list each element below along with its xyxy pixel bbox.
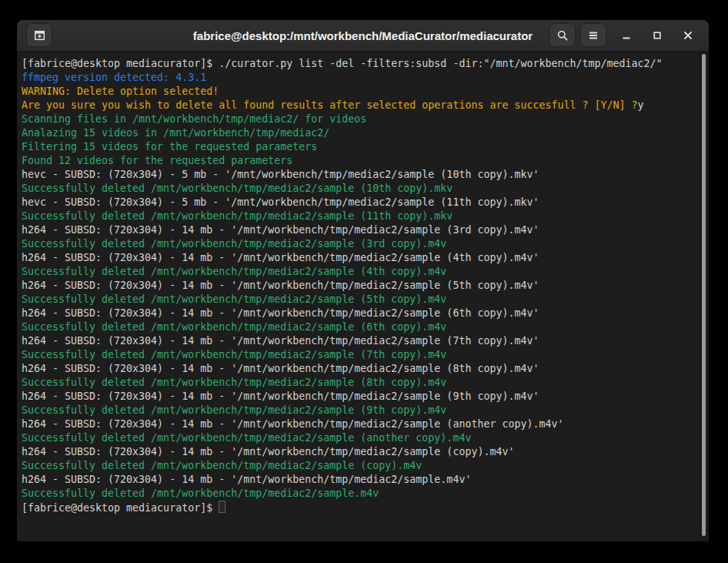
terminal-line: Found 12 videos for the requested parame… — [22, 154, 695, 168]
terminal-line: Filtering 15 videos for the requested pa… — [22, 140, 695, 154]
search-button[interactable] — [549, 23, 576, 47]
minimize-button[interactable] — [615, 23, 638, 47]
terminal-line: Successfully deleted /mnt/workbench/tmp/… — [22, 487, 695, 501]
titlebar[interactable]: fabrice@desktop:/mnt/workbench/MediaCura… — [17, 20, 709, 52]
terminal-line: ffmpeg version detected: 4.3.1 — [22, 71, 695, 85]
terminal-line: Analazing 15 videos in /mnt/workbench/tm… — [22, 126, 695, 140]
terminal-window: fabrice@desktop:/mnt/workbench/MediaCura… — [17, 20, 709, 541]
terminal-line: Successfully deleted /mnt/workbench/tmp/… — [22, 459, 695, 473]
terminal-line: Scanning files in /mnt/workbench/tmp/med… — [22, 112, 695, 126]
menu-button[interactable] — [580, 23, 606, 47]
close-icon — [682, 29, 694, 42]
terminal-line: Successfully deleted /mnt/workbench/tmp/… — [22, 237, 695, 251]
terminal-line: Are you sure you wish to delete all foun… — [22, 99, 695, 112]
terminal-line: Successfully deleted /mnt/workbench/tmp/… — [22, 376, 695, 390]
new-tab-icon — [33, 29, 46, 42]
terminal-line: h264 - SUBSD: (720x304) - 14 mb - '/mnt/… — [22, 307, 695, 320]
hamburger-menu-icon — [587, 29, 599, 42]
maximize-button[interactable] — [646, 23, 669, 47]
new-tab-button[interactable] — [26, 23, 52, 47]
maximize-icon — [651, 29, 663, 42]
terminal-line: h264 - SUBSD: (720x304) - 14 mb - '/mnt/… — [22, 223, 695, 237]
terminal-line: [fabrice@desktop mediacurator]$ — [22, 501, 695, 514]
terminal-line: h264 - SUBSD: (720x304) - 14 mb - '/mnt/… — [22, 445, 695, 459]
terminal-line: Successfully deleted /mnt/workbench/tmp/… — [22, 209, 695, 223]
terminal-line: Successfully deleted /mnt/workbench/tmp/… — [22, 265, 695, 279]
terminal-line: Successfully deleted /mnt/workbench/tmp/… — [22, 431, 695, 445]
terminal-line: h264 - SUBSD: (720x304) - 14 mb - '/mnt/… — [22, 251, 695, 265]
search-icon — [556, 29, 569, 42]
minimize-icon — [620, 29, 633, 42]
scrollbar-track[interactable] — [698, 52, 709, 541]
terminal-line: Successfully deleted /mnt/workbench/tmp/… — [22, 404, 695, 417]
terminal-line: h264 - SUBSD: (720x304) - 14 mb - '/mnt/… — [22, 390, 695, 404]
terminal-line: Successfully deleted /mnt/workbench/tmp/… — [22, 182, 695, 196]
terminal-output[interactable]: [fabrice@desktop mediacurator]$ ./curato… — [17, 52, 709, 541]
terminal-line: h264 - SUBSD: (720x304) - 14 mb - '/mnt/… — [22, 279, 695, 293]
terminal-line: h264 - SUBSD: (720x304) - 14 mb - '/mnt/… — [22, 417, 695, 431]
terminal-line: hevc - SUBSD: (720x304) - 5 mb - '/mnt/w… — [22, 196, 695, 209]
terminal-line: WARNING: Delete option selected! — [22, 85, 695, 99]
terminal-line: hevc - SUBSD: (720x304) - 5 mb - '/mnt/w… — [22, 168, 695, 182]
terminal-line: h264 - SUBSD: (720x304) - 14 mb - '/mnt/… — [22, 362, 695, 376]
terminal-line: h264 - SUBSD: (720x304) - 14 mb - '/mnt/… — [22, 334, 695, 348]
terminal-line: h264 - SUBSD: (720x304) - 14 mb - '/mnt/… — [22, 473, 695, 487]
terminal-line: [fabrice@desktop mediacurator]$ ./curato… — [22, 57, 695, 71]
terminal-cursor — [219, 501, 225, 513]
scrollbar-thumb[interactable] — [702, 54, 706, 536]
terminal-line: Successfully deleted /mnt/workbench/tmp/… — [22, 348, 695, 362]
terminal-line: Successfully deleted /mnt/workbench/tmp/… — [22, 293, 695, 307]
terminal-line: Successfully deleted /mnt/workbench/tmp/… — [22, 320, 695, 334]
close-button[interactable] — [676, 23, 700, 47]
